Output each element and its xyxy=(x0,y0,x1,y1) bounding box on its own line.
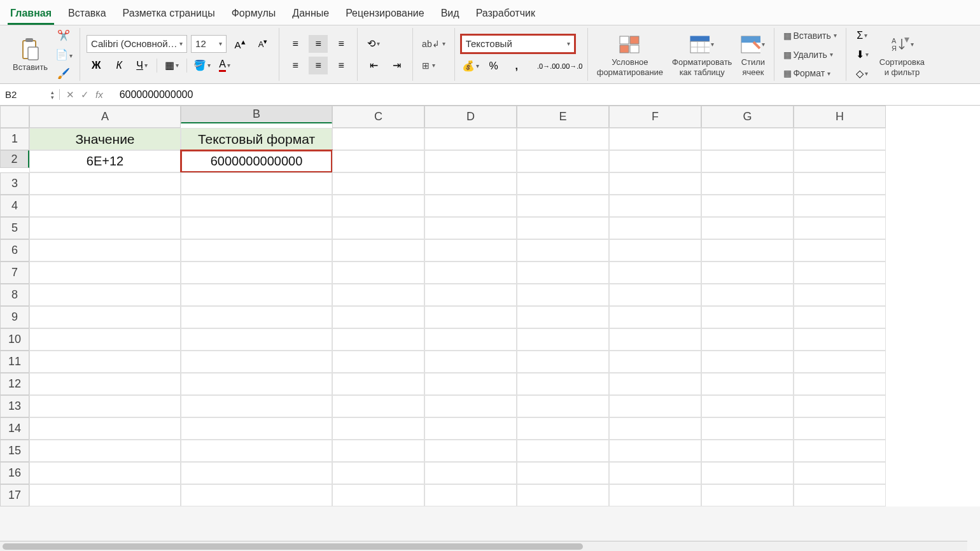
paste-button[interactable]: Вставить xyxy=(10,36,50,73)
cell[interactable] xyxy=(332,462,424,484)
cell[interactable] xyxy=(332,284,424,306)
cell[interactable] xyxy=(424,284,517,306)
cell[interactable] xyxy=(701,395,794,417)
cell[interactable] xyxy=(424,484,517,506)
percent-button[interactable]: % xyxy=(484,57,503,75)
cell[interactable] xyxy=(794,150,886,172)
column-header[interactable]: H xyxy=(794,106,886,128)
cell[interactable] xyxy=(332,395,424,417)
cell[interactable] xyxy=(517,306,609,328)
cell[interactable] xyxy=(517,462,609,484)
cell[interactable] xyxy=(424,172,517,195)
indent-increase-button[interactable]: ⇥ xyxy=(387,57,406,74)
cell[interactable] xyxy=(424,128,517,150)
cell[interactable] xyxy=(701,284,794,306)
row-header[interactable]: 2 xyxy=(0,150,29,168)
cell[interactable] xyxy=(517,284,609,306)
cell[interactable] xyxy=(181,328,332,351)
autosum-button[interactable]: Σ▾ xyxy=(853,27,872,45)
cell[interactable] xyxy=(181,195,332,217)
align-bottom-button[interactable]: ≡ xyxy=(332,35,351,53)
cell[interactable] xyxy=(701,306,794,328)
cell[interactable] xyxy=(517,328,609,351)
cell[interactable] xyxy=(701,172,794,195)
cell[interactable] xyxy=(424,217,517,239)
align-center-button[interactable]: ≡ xyxy=(309,57,328,74)
cell[interactable] xyxy=(424,395,517,417)
row-header[interactable]: 7 xyxy=(0,262,29,284)
conditional-formatting-button[interactable]: Условное форматирование xyxy=(594,28,666,81)
insert-cells-button[interactable]: ▦Вставить▾ xyxy=(781,28,839,43)
cut-button[interactable]: ✂️ xyxy=(54,27,73,45)
format-cells-button[interactable]: ▦Формат▾ xyxy=(781,66,839,81)
cell[interactable] xyxy=(332,239,424,262)
cell[interactable] xyxy=(424,417,517,440)
cell[interactable] xyxy=(701,484,794,506)
cell[interactable] xyxy=(794,417,886,440)
cell[interactable]: 6000000000000 xyxy=(181,150,332,172)
merge-button[interactable]: ⊞▾ xyxy=(419,57,438,74)
column-header[interactable]: A xyxy=(29,106,181,128)
cell[interactable] xyxy=(29,484,181,506)
row-header[interactable]: 5 xyxy=(0,217,29,239)
cell[interactable] xyxy=(794,484,886,506)
cell[interactable] xyxy=(701,239,794,262)
copy-button[interactable]: 📄▾ xyxy=(54,46,73,64)
fill-color-button[interactable]: 🪣▾ xyxy=(192,57,211,74)
cell[interactable] xyxy=(794,284,886,306)
tab-page-layout[interactable]: Разметка страницы xyxy=(120,4,218,25)
cell[interactable] xyxy=(29,239,181,262)
cell[interactable] xyxy=(609,195,701,217)
tab-insert[interactable]: Вставка xyxy=(66,4,108,25)
column-header[interactable]: G xyxy=(701,106,794,128)
cell[interactable] xyxy=(517,351,609,373)
cell[interactable] xyxy=(332,351,424,373)
cell[interactable] xyxy=(701,262,794,284)
cell[interactable] xyxy=(332,217,424,239)
cell[interactable] xyxy=(181,351,332,373)
cell[interactable] xyxy=(794,262,886,284)
tab-view[interactable]: Вид xyxy=(438,4,462,25)
cell[interactable] xyxy=(609,484,701,506)
cell[interactable] xyxy=(609,462,701,484)
cell[interactable] xyxy=(794,239,886,262)
cell[interactable] xyxy=(701,195,794,217)
cell-styles-button[interactable]: ▾ Стили ячеек xyxy=(738,28,767,81)
cell[interactable]: 6E+12 xyxy=(29,150,181,172)
cell[interactable] xyxy=(424,239,517,262)
cell[interactable] xyxy=(609,150,701,172)
row-header[interactable]: 15 xyxy=(0,440,29,462)
cell[interactable] xyxy=(701,351,794,373)
cell[interactable] xyxy=(517,373,609,395)
cell[interactable] xyxy=(609,417,701,440)
cell[interactable] xyxy=(332,195,424,217)
cell[interactable] xyxy=(332,150,424,172)
row-header[interactable]: 9 xyxy=(0,306,29,328)
accept-icon[interactable]: ✓ xyxy=(81,89,89,101)
cell[interactable] xyxy=(181,284,332,306)
cell[interactable] xyxy=(701,217,794,239)
column-header[interactable]: D xyxy=(424,106,517,128)
spreadsheet-grid[interactable]: ABCDEFGH1ЗначениеТекстовый формат26E+126… xyxy=(0,106,980,506)
tab-formulas[interactable]: Формулы xyxy=(229,4,279,25)
column-header[interactable]: E xyxy=(517,106,609,128)
cell[interactable]: Текстовый формат xyxy=(181,128,332,150)
cell[interactable] xyxy=(517,150,609,172)
cell[interactable] xyxy=(424,462,517,484)
row-header[interactable]: 12 xyxy=(0,373,29,395)
cell[interactable] xyxy=(517,172,609,195)
cell[interactable] xyxy=(517,417,609,440)
delete-cells-button[interactable]: ▦Удалить▾ xyxy=(781,47,839,62)
cell[interactable] xyxy=(424,195,517,217)
cell[interactable] xyxy=(701,440,794,462)
cell[interactable] xyxy=(181,239,332,262)
cell[interactable] xyxy=(794,440,886,462)
row-header[interactable]: 6 xyxy=(0,239,29,262)
underline-button[interactable]: Ч▾ xyxy=(132,57,151,74)
number-format-select[interactable]: Текстовый▾ xyxy=(461,35,575,53)
cell[interactable] xyxy=(181,484,332,506)
cell[interactable] xyxy=(609,395,701,417)
cell[interactable] xyxy=(517,239,609,262)
shrink-font-button[interactable]: A▾ xyxy=(253,35,272,53)
cell[interactable] xyxy=(701,417,794,440)
